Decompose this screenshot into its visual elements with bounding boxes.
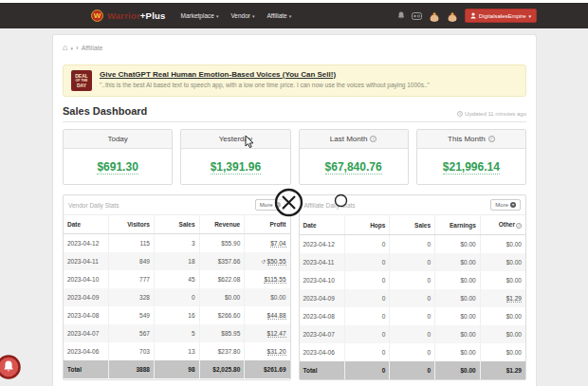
cell-value[interactable]: $44.88 bbox=[267, 312, 286, 320]
nav-right: DigitalsalesEmpire ▾ bbox=[397, 9, 537, 23]
brand-logo[interactable]: W Warrior+Plus bbox=[91, 9, 165, 22]
brand-name: Warrior+Plus bbox=[107, 10, 165, 21]
table-cell: $0.00 bbox=[435, 361, 481, 379]
header-row: DateVisitorsSalesRevenueProfit bbox=[64, 215, 290, 234]
table-cell: $115.55 bbox=[245, 270, 290, 288]
table-cell: 2023-04-06 bbox=[300, 343, 345, 361]
table-cell: $0.00 bbox=[480, 235, 525, 254]
affiliate-more-button[interactable]: More▾ bbox=[490, 199, 521, 211]
warriorplus-logo-icon: W bbox=[91, 9, 103, 22]
table-cell: 0 bbox=[344, 289, 390, 307]
column-header: Revenue bbox=[199, 215, 245, 234]
table-cell: 2023-04-10 bbox=[300, 271, 345, 289]
bell-icon[interactable] bbox=[397, 11, 405, 20]
table-row: 2023-04-0670313$237.80$31.20 bbox=[64, 342, 290, 360]
card-label: Yesterday bbox=[181, 130, 289, 149]
table-cell: 2023-04-11 bbox=[300, 253, 345, 271]
info-icon[interactable]: i bbox=[370, 136, 377, 142]
circled-x-annotation bbox=[273, 187, 304, 222]
info-icon[interactable]: i bbox=[516, 223, 522, 229]
nav-item-affiliate[interactable]: Affiliate▾ bbox=[267, 12, 292, 19]
refresh-icon: ↺ bbox=[262, 259, 266, 265]
table-cell: 18 bbox=[154, 252, 199, 270]
vendor-daily-stats-table: DateVisitorsSalesRevenueProfit2023-04-12… bbox=[64, 215, 290, 378]
this-month-value[interactable]: $21,996.14 bbox=[443, 160, 500, 175]
table-cell: 2023-04-08 bbox=[64, 306, 109, 324]
cell-value[interactable]: $12.47 bbox=[267, 330, 286, 338]
table-cell: $0.00 bbox=[480, 253, 525, 271]
affiliate-daily-stats-table: DateHopsSalesEarningsOtheri2023-04-1200$… bbox=[300, 215, 526, 379]
navbar: W Warrior+Plus Marketplace▾ Vendor▾ Affi… bbox=[0, 3, 588, 28]
cell-value[interactable]: $50.55 bbox=[267, 258, 286, 266]
table-cell: 0 bbox=[154, 288, 199, 306]
home-icon[interactable]: ⌂ bbox=[63, 45, 67, 51]
table-cell: $0.00 bbox=[480, 271, 525, 289]
total-row: Total00$0.00$1.29 bbox=[300, 361, 526, 379]
table-cell: $1.29 bbox=[480, 361, 525, 379]
column-header: Visitors bbox=[109, 215, 155, 234]
column-header: Sales bbox=[390, 215, 435, 235]
table-cell: 0 bbox=[390, 325, 435, 343]
circle-caret-icon: ▾ bbox=[510, 202, 516, 208]
table-row: 2023-04-121153$55.90$7.04 bbox=[64, 234, 290, 253]
column-header: Otheri bbox=[480, 215, 525, 235]
table-cell: 45 bbox=[154, 270, 199, 288]
table-cell: $0.00 bbox=[199, 288, 245, 306]
circle-annotation bbox=[334, 193, 348, 211]
card-label: This Monthi bbox=[417, 130, 525, 149]
deal-of-the-day-badge[interactable]: DEAL OF THE DAY bbox=[71, 70, 92, 91]
table-cell: 2023-04-11 bbox=[64, 252, 109, 270]
table-cell: $357.66 bbox=[199, 252, 245, 270]
table-cell: $12.47 bbox=[245, 324, 290, 342]
table-cell: $0.00 bbox=[435, 325, 481, 343]
table-cell: 0 bbox=[390, 361, 435, 379]
table-cell: 0 bbox=[390, 343, 435, 361]
notification-bell-badge-icon bbox=[0, 355, 21, 383]
table-cell: $7.04 bbox=[245, 234, 290, 253]
deal-of-the-day-alert: DEAL OF THE DAY Give ChatGPT Real Human … bbox=[63, 64, 526, 97]
table-row: 2023-04-0700$0.00$0.00 bbox=[300, 325, 526, 343]
today-value[interactable]: $691.30 bbox=[97, 160, 138, 175]
column-header: Hops bbox=[344, 215, 390, 235]
stat-cards: Today $691.30 Yesterday $1,391.96 Last M… bbox=[63, 129, 526, 185]
avatar-icon-2[interactable] bbox=[447, 10, 458, 22]
table-cell: $622.08 bbox=[199, 270, 245, 288]
account-menu-button[interactable]: DigitalsalesEmpire ▾ bbox=[465, 9, 537, 23]
table-cell: 0 bbox=[390, 289, 435, 307]
toggle-icon[interactable] bbox=[412, 12, 422, 20]
table-cell: $261.69 bbox=[245, 360, 290, 378]
table-row: 2023-04-0800$0.00$0.00 bbox=[300, 307, 526, 325]
breadcrumb-item-affiliate[interactable]: Affiliate bbox=[82, 45, 103, 51]
table-cell: 2023-04-07 bbox=[64, 324, 109, 342]
nav-item-marketplace[interactable]: Marketplace▾ bbox=[180, 12, 218, 19]
cell-value[interactable]: $31.20 bbox=[267, 348, 286, 356]
stats-tables: Vendor Daily Stats More▾ DateVisitorsSal… bbox=[63, 194, 526, 380]
table-cell: 777 bbox=[109, 270, 155, 288]
table-cell: 0 bbox=[344, 271, 390, 289]
table-cell: 2023-04-10 bbox=[64, 270, 109, 288]
nav-item-vendor[interactable]: Vendor▾ bbox=[230, 12, 254, 19]
cell-value[interactable]: $115.55 bbox=[264, 276, 285, 284]
table-cell: 0 bbox=[390, 253, 435, 271]
table-cell: ↺$50.55 bbox=[245, 252, 290, 270]
last-month-value[interactable]: $67,840.76 bbox=[325, 160, 382, 175]
cell-value[interactable]: $7.04 bbox=[270, 240, 285, 248]
avatar-icon-1[interactable] bbox=[429, 10, 440, 22]
deal-link[interactable]: Give ChatGPT Real Human Emotion-Based Vo… bbox=[100, 70, 430, 79]
table-cell: 2023-04-09 bbox=[64, 288, 109, 306]
info-icon[interactable]: i bbox=[488, 136, 495, 142]
nav-menu: Marketplace▾ Vendor▾ Affiliate▾ bbox=[180, 12, 291, 19]
table-cell: $2,025.80 bbox=[199, 360, 245, 378]
table-cell: 0 bbox=[390, 307, 435, 325]
table-row: 2023-04-0854916$266.60$44.88 bbox=[64, 306, 290, 324]
stat-card-last-month: Last Monthi $67,840.76 bbox=[299, 129, 409, 185]
table-cell: $0.00 bbox=[435, 307, 481, 325]
updated-text: Updated 11 minutes ago bbox=[465, 111, 526, 117]
table-cell: $0.00 bbox=[435, 235, 481, 254]
yesterday-value[interactable]: $1,391.96 bbox=[211, 160, 261, 175]
updated-status: Updated 11 minutes ago bbox=[457, 111, 526, 117]
table-cell: 2023-04-12 bbox=[64, 234, 109, 253]
cell-value[interactable]: $1.29 bbox=[506, 295, 522, 303]
table-cell: 0 bbox=[390, 235, 435, 254]
table-row: 2023-04-0600$0.00$0.00 bbox=[300, 343, 526, 361]
